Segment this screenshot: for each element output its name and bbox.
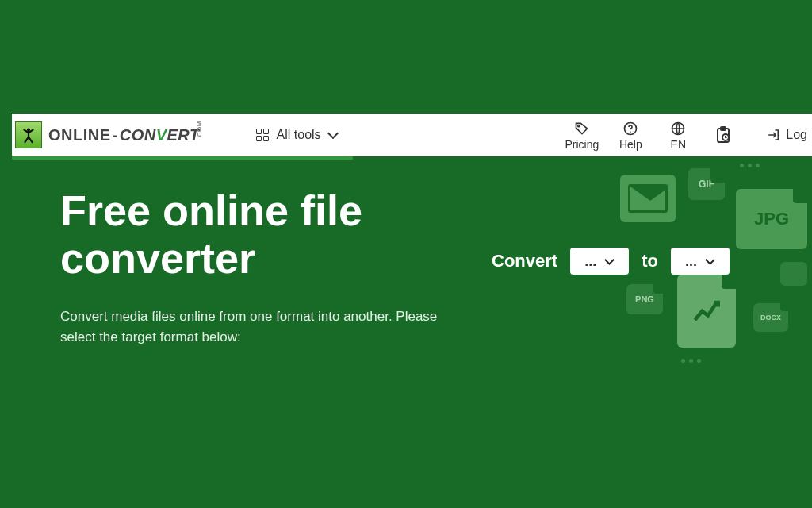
chevron-down-icon <box>604 255 615 265</box>
convert-label: Convert <box>492 251 557 271</box>
chevron-down-icon <box>705 255 715 265</box>
pricing-link[interactable]: Pricing <box>565 120 599 151</box>
clipboard-history-icon <box>714 126 733 144</box>
page-subtitle: Convert media files online from one form… <box>60 306 473 348</box>
all-tools-label: All tools <box>277 128 321 142</box>
login-link[interactable]: Log <box>753 128 807 142</box>
svg-point-3 <box>630 131 632 133</box>
grid-icon <box>256 129 269 141</box>
all-tools-dropdown[interactable]: All tools <box>243 128 350 142</box>
chevron-down-icon <box>327 128 339 139</box>
brand-logo[interactable]: ONLINE - CON V ERT .COM <box>12 121 243 148</box>
help-icon <box>622 120 638 137</box>
top-navbar: ONLINE - CON V ERT .COM All tools Pricin… <box>12 114 812 156</box>
nav-right: Pricing Help EN Log <box>565 120 813 151</box>
history-button[interactable] <box>710 126 737 144</box>
logo-text: ONLINE - CON V ERT .COM <box>48 126 221 144</box>
page-title: Free online file converter <box>60 187 473 283</box>
navbar-accent-underline <box>12 156 353 160</box>
to-label: to <box>642 251 658 271</box>
svg-point-1 <box>578 125 580 126</box>
help-link[interactable]: Help <box>615 120 646 151</box>
pricetag-icon <box>574 120 590 137</box>
login-icon <box>767 128 781 142</box>
language-selector[interactable]: EN <box>662 120 694 151</box>
logo-badge-icon <box>15 121 42 148</box>
globe-icon <box>670 120 686 137</box>
convert-from-select[interactable]: ... <box>570 248 629 275</box>
convert-to-select[interactable]: ... <box>671 248 730 275</box>
convert-controls: Convert ... to ... <box>492 248 730 275</box>
